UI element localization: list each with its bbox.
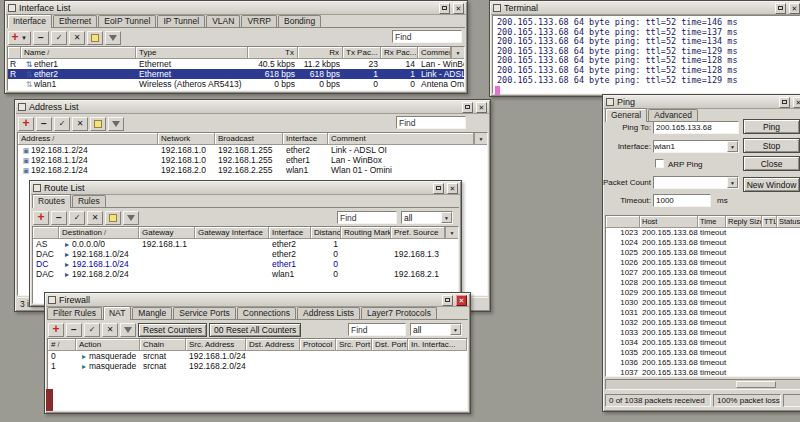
remove-button[interactable] [51,211,67,225]
table-row[interactable]: 1025200.165.133.68timeout [606,248,800,258]
scrollbar-thumb[interactable] [736,381,776,388]
add-button[interactable] [33,211,49,225]
table-row[interactable]: 1037200.165.133.68timeout [606,368,800,376]
terminal-output[interactable]: 200.165.133.68 64 byte ping: ttl=52 time… [492,15,800,94]
column-header-number[interactable]: # [48,339,76,350]
close-button[interactable] [789,3,800,14]
table-row[interactable]: AS0.0.0.0/0192.168.1.1ether21 [33,239,458,249]
enable-button[interactable] [84,323,100,337]
column-header-flags[interactable] [33,227,59,238]
close-dialog-button[interactable]: Close [743,156,800,171]
table-row[interactable]: 1036200.165.133.68timeout [606,358,800,368]
table-row[interactable]: DAC192.168.1.0/24ether20192.168.1.3 [33,249,458,259]
column-header-interface[interactable]: Interface [283,133,328,144]
comment-button[interactable] [87,31,103,45]
arp-ping-checkbox[interactable] [655,159,664,168]
ping-button[interactable]: Ping [743,119,800,134]
ping-to-input[interactable]: 200.165.133.68 [653,121,739,134]
table-row[interactable]: 1029200.165.133.68timeout [606,288,800,298]
find-input[interactable] [348,323,406,336]
tab-general[interactable]: General [605,108,647,122]
table-row[interactable]: DC192.168.1.0/24ether10 [33,259,458,269]
rollup-button[interactable] [462,102,473,113]
column-header-interface[interactable]: Interface [269,227,311,238]
column-header-dst-address[interactable]: Dst. Address [246,339,300,350]
disable-button[interactable] [69,31,85,45]
column-header-src-address[interactable]: Src. Address [186,339,246,350]
column-header-routing-mark[interactable]: Routing Mark [341,227,391,238]
column-header-broadcast[interactable]: Broadcast [215,133,283,144]
find-input[interactable] [392,30,462,43]
tab-rules[interactable]: Rules [72,195,106,207]
column-header-comment[interactable]: Comment [418,47,451,58]
column-header-flags[interactable] [8,47,21,58]
column-header-reply-size[interactable]: Reply Size [726,216,762,227]
new-window-button[interactable]: New Window [743,177,800,192]
filter-button[interactable] [123,211,139,225]
table-row[interactable]: Rether1Ethernet40.5 kbps11.2 kbps2314Lan… [8,59,464,69]
terminal-titlebar[interactable]: Terminal [491,2,800,15]
close-button[interactable] [793,97,800,108]
add-button[interactable] [18,117,34,131]
filter-button[interactable] [105,31,121,45]
table-row[interactable]: 1028200.165.133.68timeout [606,278,800,288]
table-row[interactable]: 192.168.2.1/24192.168.2.0192.168.2.255wl… [18,165,487,175]
table-row[interactable]: 1033200.165.133.68timeout [606,328,800,338]
disable-button[interactable] [102,323,118,337]
rollup-button[interactable] [775,3,786,14]
tab-vrrp[interactable]: VRRP [241,15,277,27]
column-header-destination[interactable]: Destination [59,227,139,238]
tab-advanced[interactable]: Advanced [648,109,698,121]
column-header-tx-packets[interactable]: Tx Pac... [343,47,381,58]
column-header-network[interactable]: Network [158,133,215,144]
rollup-button[interactable] [442,295,453,306]
disable-button[interactable] [87,211,103,225]
tab-ip-tunnel[interactable]: IP Tunnel [157,15,205,27]
column-header-gateway-interface[interactable]: Gateway Interface [195,227,269,238]
packet-count-input[interactable] [653,176,739,189]
column-header-dst-port[interactable]: Dst. Port [372,339,408,350]
filter-scope-select[interactable]: all [401,211,453,224]
tab-service-ports[interactable]: Service Ports [173,307,236,319]
tab-vlan[interactable]: VLAN [206,15,240,27]
filter-button[interactable] [108,117,124,131]
close-button[interactable] [453,3,464,14]
table-row[interactable]: 1035200.165.133.68timeout [606,348,800,358]
filter-scope-select[interactable]: all [410,323,462,336]
tab-address-lists[interactable]: Address Lists [297,307,360,319]
rollup-button[interactable] [433,183,444,194]
table-row[interactable]: 192.168.1.1/24192.168.1.0192.168.1.255et… [18,155,487,165]
tab-routes[interactable]: Routes [32,194,71,208]
tab-nat[interactable]: NAT [103,306,131,320]
comment-button[interactable] [105,211,121,225]
table-row[interactable]: Rether2Ethernet618 bps618 bps11Link - AD… [8,69,464,79]
column-header-host[interactable]: Host [640,216,698,227]
reset-all-counters-button[interactable]: 00 Reset All Counters [209,323,301,337]
disable-button[interactable] [72,117,88,131]
column-select-button[interactable] [451,47,464,58]
table-row[interactable]: 1024200.165.133.68timeout [606,238,800,248]
tab-bonding[interactable]: Bonding [278,15,321,27]
column-header-action[interactable]: Action [76,339,140,350]
column-header-pref-source[interactable]: Pref. Source [391,227,445,238]
combo-arrow-icon[interactable] [727,177,738,188]
horizontal-scrollbar[interactable] [605,379,800,390]
remove-button[interactable] [66,323,82,337]
enable-button[interactable] [51,31,67,45]
column-header-in-interface[interactable]: In. Interfac... [408,339,467,350]
close-button[interactable] [456,295,467,306]
column-header-comment[interactable]: Comment [328,133,474,144]
interface-select[interactable]: wlan1 [653,140,739,153]
rollup-button[interactable] [779,97,790,108]
remove-button[interactable] [33,31,49,45]
tab-filter-rules[interactable]: Filter Rules [47,307,102,319]
table-row[interactable]: 1026200.165.133.68timeout [606,258,800,268]
column-header-type[interactable]: Type [136,47,248,58]
rollup-button[interactable] [439,3,450,14]
column-header-gateway[interactable]: Gateway [139,227,195,238]
combo-arrow-icon[interactable] [441,212,452,223]
address-list-titlebar[interactable]: Address List [16,101,489,114]
remove-button[interactable] [36,117,52,131]
tab-mangle[interactable]: Mangle [132,307,172,319]
column-header-distance[interactable]: Distance [311,227,341,238]
